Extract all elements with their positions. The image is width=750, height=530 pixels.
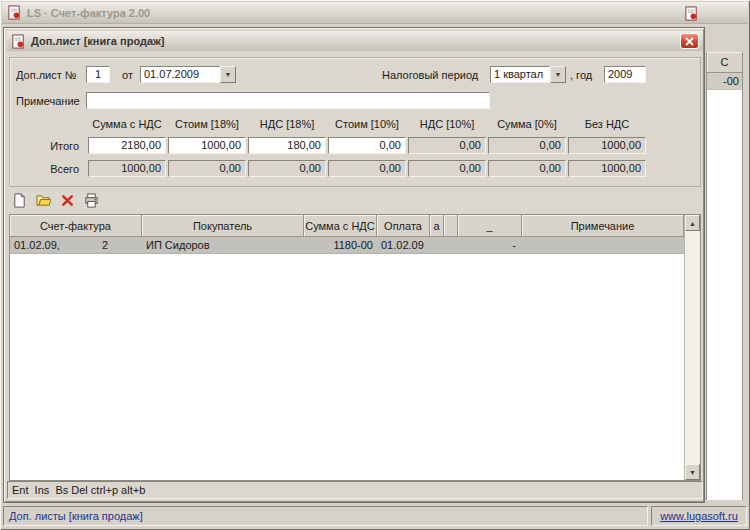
cell-flag: - bbox=[458, 237, 522, 253]
cell-payment: 01.02.09 bbox=[377, 237, 430, 253]
year-input[interactable]: 2009 bbox=[604, 66, 646, 83]
itogo-cell: 0,00 bbox=[408, 137, 486, 154]
website-link[interactable]: www.lugasoft.ru bbox=[651, 506, 747, 526]
app-icon bbox=[11, 34, 26, 49]
cell-invoice: 01.02.09, 2 bbox=[10, 237, 142, 253]
new-document-button[interactable] bbox=[9, 191, 29, 210]
grid-header-blank[interactable] bbox=[444, 215, 458, 237]
print-button[interactable] bbox=[81, 191, 101, 210]
grid-header-row: Счет-фактура Покупатель Сумма с НДС Опла… bbox=[10, 215, 700, 237]
chevron-down-icon: ▼ bbox=[555, 71, 562, 78]
sheet-no-input[interactable]: 1 bbox=[86, 66, 110, 83]
vsego-cell: 1000,00 bbox=[568, 160, 646, 177]
app-icon bbox=[7, 5, 22, 20]
open-button[interactable] bbox=[33, 191, 53, 210]
invoices-grid: Счет-фактура Покупатель Сумма с НДС Опла… bbox=[9, 214, 701, 481]
dialog-title: Доп.лист [книга продаж] bbox=[31, 35, 675, 47]
grid-header-note[interactable]: Примечание bbox=[522, 215, 684, 237]
totals-header: Сумма с НДС bbox=[88, 117, 166, 131]
scroll-up-icon: ▲ bbox=[689, 220, 696, 227]
main-statusbar: Доп. листы [книга продаж] www.lugasoft.r… bbox=[3, 506, 747, 526]
toolbar bbox=[9, 191, 101, 210]
itogo-cell: 1000,00 bbox=[568, 137, 646, 154]
vertical-scrollbar[interactable]: ▲ ▼ bbox=[684, 215, 700, 480]
itogo-cell[interactable]: 1000,00 bbox=[168, 137, 246, 154]
app-window: { "window": { "title": "LS · Счет-фактур… bbox=[0, 0, 750, 530]
grid-header-buyer[interactable]: Покупатель bbox=[142, 215, 304, 237]
cell-note bbox=[522, 237, 684, 253]
cell-buyer: ИП Сидоров bbox=[142, 237, 304, 253]
grid-header-invoice[interactable]: Счет-фактура bbox=[10, 215, 142, 237]
year-label: , год bbox=[570, 69, 592, 81]
main-window-titlebar[interactable]: LS · Счет-фактура 2.00 bbox=[2, 2, 748, 24]
note-input[interactable] bbox=[86, 92, 490, 109]
new-document-icon bbox=[12, 193, 27, 208]
delete-icon bbox=[60, 193, 75, 208]
tax-period-dropdown-button[interactable]: ▼ bbox=[550, 66, 566, 83]
background-grid-cell: -00 bbox=[707, 73, 742, 90]
tax-period-value[interactable]: 1 квартал bbox=[490, 66, 550, 83]
vsego-label: Всего bbox=[12, 163, 86, 175]
vsego-cell: 0,00 bbox=[168, 160, 246, 177]
mdi-child-menu-icon[interactable] bbox=[683, 5, 699, 21]
cell-a bbox=[430, 237, 444, 253]
tax-period-label: Налоговый период bbox=[382, 69, 478, 81]
tax-period-combo[interactable]: 1 квартал ▼ bbox=[490, 66, 566, 83]
totals-header: Сумма [0%] bbox=[488, 117, 566, 131]
background-grid-strip: С -00 bbox=[706, 52, 743, 500]
sheet-no-label: Доп.лист № bbox=[16, 69, 77, 81]
statusbar-context-text: Доп. листы [книга продаж] bbox=[3, 506, 648, 526]
from-label: от bbox=[122, 69, 133, 81]
keyboard-hints: Ent Ins Bs Del ctrl+p alt+b bbox=[12, 484, 145, 496]
print-icon bbox=[84, 193, 99, 208]
grid-header-underscore[interactable]: _ bbox=[458, 215, 522, 237]
cell-blank bbox=[444, 237, 458, 253]
vsego-cell: 1000,00 bbox=[88, 160, 166, 177]
totals-header: Стоим [10%] bbox=[328, 117, 406, 131]
grid-header-a[interactable]: а bbox=[430, 215, 444, 237]
totals-header: НДС [10%] bbox=[408, 117, 486, 131]
cell-invoice-number: 2 bbox=[102, 239, 108, 251]
chevron-down-icon: ▼ bbox=[225, 71, 232, 78]
dialog-dop-list: Доп.лист [книга продаж] Доп.лист № 1 от … bbox=[3, 27, 705, 503]
totals-header: Без НДС bbox=[568, 117, 646, 131]
close-button[interactable] bbox=[680, 33, 699, 49]
cell-sum: 1180-00 bbox=[304, 237, 377, 253]
dialog-statusbar: Ent Ins Bs Del ctrl+p alt+b bbox=[7, 481, 703, 499]
itogo-label: Итого bbox=[12, 140, 86, 152]
vsego-cell: 0,00 bbox=[328, 160, 406, 177]
scroll-up-button[interactable]: ▲ bbox=[685, 215, 700, 231]
itogo-cell: 0,00 bbox=[488, 137, 566, 154]
vsego-cell: 0,00 bbox=[488, 160, 566, 177]
scroll-down-button[interactable]: ▼ bbox=[685, 464, 700, 480]
main-window-title: LS · Счет-фактура 2.00 bbox=[27, 7, 743, 19]
date-combo[interactable]: 01.07.2009 ▼ bbox=[140, 66, 236, 83]
scroll-down-icon: ▼ bbox=[689, 469, 696, 476]
vsego-cell: 0,00 bbox=[248, 160, 326, 177]
background-grid-column-header: С bbox=[707, 52, 742, 73]
delete-button[interactable] bbox=[57, 191, 77, 210]
date-dropdown-button[interactable]: ▼ bbox=[220, 66, 236, 83]
open-folder-icon bbox=[36, 193, 51, 208]
close-icon bbox=[685, 37, 694, 46]
grid-row-selected[interactable]: 01.02.09, 2 ИП Сидоров 1180-00 01.02.09 … bbox=[10, 237, 700, 254]
grid-header-payment[interactable]: Оплата bbox=[377, 215, 430, 237]
itogo-cell[interactable]: 2180,00 bbox=[88, 137, 166, 154]
date-value[interactable]: 01.07.2009 bbox=[140, 66, 220, 83]
totals-header: Стоим [18%] bbox=[168, 117, 246, 131]
totals-header: НДС [18%] bbox=[248, 117, 326, 131]
note-label: Примечание bbox=[16, 95, 80, 107]
cell-invoice-date: 01.02.09, bbox=[14, 239, 60, 251]
totals-table: Сумма с НДС Стоим [18%] НДС [18%] Стоим … bbox=[12, 114, 646, 177]
form-panel: Доп.лист № 1 от 01.07.2009 ▼ Налоговый п… bbox=[9, 57, 701, 187]
dialog-titlebar[interactable]: Доп.лист [книга продаж] bbox=[7, 31, 703, 51]
grid-header-sum[interactable]: Сумма с НДС bbox=[304, 215, 377, 237]
itogo-cell[interactable]: 0,00 bbox=[328, 137, 406, 154]
app-icon bbox=[684, 6, 699, 21]
itogo-cell[interactable]: 180,00 bbox=[248, 137, 326, 154]
vsego-cell: 0,00 bbox=[408, 160, 486, 177]
